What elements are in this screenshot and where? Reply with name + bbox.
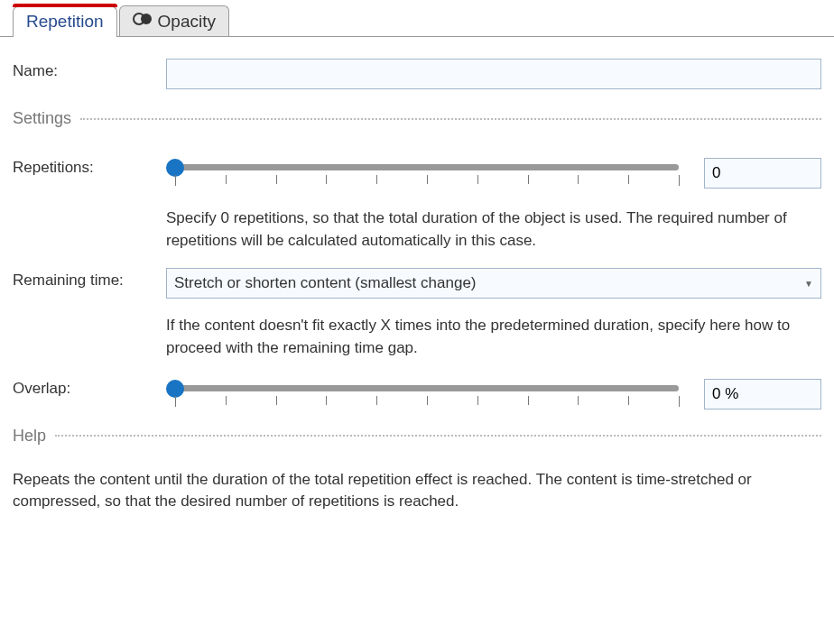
help-body: Repeats the content until the duration o… [13, 469, 821, 513]
chevron-down-icon: ▼ [804, 279, 813, 289]
slider-thumb[interactable] [166, 159, 184, 177]
name-label: Name: [13, 59, 166, 80]
remaining-time-combo[interactable]: Stretch or shorten content (smallest cha… [166, 268, 821, 299]
opacity-icon [133, 11, 153, 32]
help-header: Help [13, 427, 821, 446]
help-header-label: Help [13, 427, 46, 446]
repetitions-spinbox[interactable]: ▲ ▼ [704, 158, 821, 189]
remaining-time-label: Remaining time: [13, 268, 166, 290]
content: Name: Settings Repetitions: [0, 37, 834, 531]
tab-repetition[interactable]: Repetition [13, 6, 117, 37]
tab-opacity[interactable]: Opacity [119, 5, 229, 36]
remaining-time-value: Stretch or shorten content (smallest cha… [174, 274, 804, 292]
tab-repetition-label: Repetition [26, 12, 104, 32]
overlap-value[interactable] [705, 380, 834, 409]
overlap-spinbox[interactable]: ▲ ▼ [704, 379, 821, 409]
divider [55, 435, 821, 437]
name-row: Name: [13, 59, 821, 89]
tab-bar: Repetition Opacity [0, 0, 834, 37]
settings-header-label: Settings [13, 109, 71, 128]
name-input[interactable] [166, 59, 821, 89]
repetitions-value[interactable] [705, 159, 834, 188]
svg-point-1 [141, 14, 152, 24]
overlap-slider[interactable] [166, 376, 688, 412]
repetitions-row: Repetitions: [13, 155, 821, 191]
remaining-time-help-row: If the content doesn't fit exactly X tim… [13, 304, 821, 359]
repetitions-slider[interactable] [166, 155, 688, 191]
tab-opacity-label: Opacity [158, 12, 216, 32]
settings-header: Settings [13, 109, 821, 128]
repetitions-label: Repetitions: [13, 155, 166, 177]
remaining-time-row: Remaining time: Stretch or shorten conte… [13, 268, 821, 299]
divider [80, 118, 821, 120]
repetitions-help-row: Specify 0 repetitions, so that the total… [13, 197, 821, 252]
overlap-row: Overlap: [13, 376, 821, 412]
overlap-label: Overlap: [13, 376, 166, 398]
remaining-time-help: If the content doesn't fit exactly X tim… [166, 315, 821, 359]
repetitions-help: Specify 0 repetitions, so that the total… [166, 207, 821, 252]
slider-thumb[interactable] [166, 380, 184, 398]
